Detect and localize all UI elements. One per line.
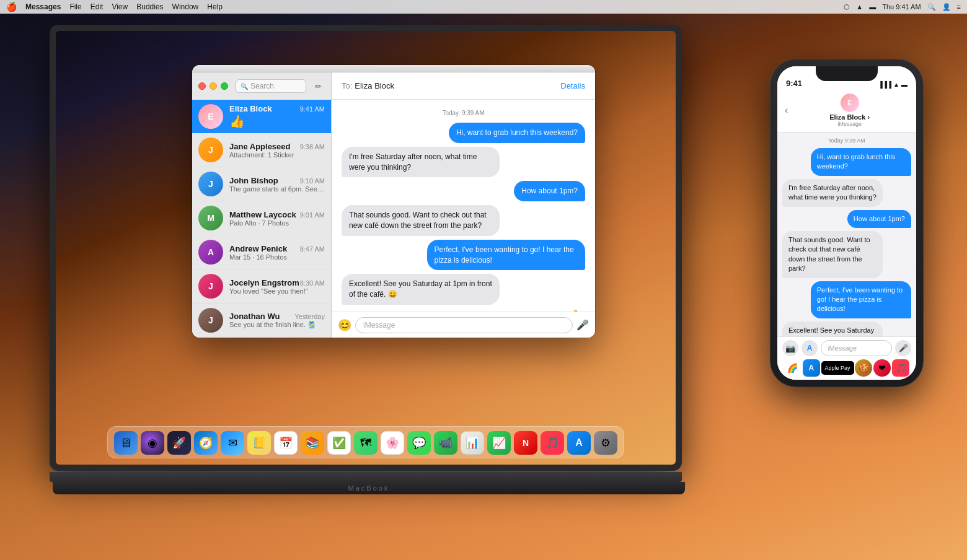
iphone-mic-button[interactable]: 🎤 bbox=[895, 340, 911, 356]
iphone-contact-name[interactable]: Eliza Block › bbox=[829, 113, 870, 121]
search-bar[interactable]: 🔍 Search bbox=[236, 79, 306, 93]
conv-time-john: 9:10 AM bbox=[300, 177, 325, 185]
iphone-appbar-applepay[interactable]: Apple Pay bbox=[821, 361, 854, 375]
dock-settings[interactable]: ⚙ bbox=[594, 431, 617, 455]
apple-menu[interactable]: 🍎 bbox=[6, 2, 17, 12]
close-button[interactable] bbox=[198, 82, 206, 90]
dock-numbers[interactable]: 📈 bbox=[487, 431, 511, 455]
messages-window: 🔍 Search ✏ E bbox=[192, 65, 595, 338]
battery-icon: ▬ bbox=[869, 3, 876, 11]
conversation-item-andrew[interactable]: A Andrew Penick 8:47 AM Mar 15 · 16 Phot… bbox=[192, 235, 331, 269]
search-icon: 🔍 bbox=[241, 83, 248, 90]
wifi-icon[interactable]: ▲ bbox=[856, 3, 863, 11]
user-icon[interactable]: 👤 bbox=[942, 3, 951, 11]
conversation-item-jocelyn[interactable]: J Jocelyn Engstrom 8:30 AM You loved "Se… bbox=[192, 269, 331, 304]
iphone-notch bbox=[816, 66, 878, 81]
dock-calendar[interactable]: 📅 bbox=[274, 431, 298, 455]
iphone-contact-info: E Eliza Block › iMessage bbox=[790, 94, 909, 127]
conversation-item-eliza[interactable]: E Eliza Block 9:41 AM 👍 bbox=[192, 100, 331, 133]
details-button[interactable]: Details bbox=[560, 81, 585, 90]
iphone-outer: 9:41 ▐▐▐ ▲ ▬ ‹ E Eliza Block › iMessage bbox=[770, 59, 924, 387]
dock-finder[interactable]: 🖥 bbox=[114, 431, 138, 455]
menu-edit[interactable]: Edit bbox=[91, 2, 104, 11]
menubar: 🍎 Messages File Edit View Buddies Window… bbox=[0, 0, 967, 14]
iphone-appstore-button[interactable]: A bbox=[801, 340, 818, 356]
menu-buddies[interactable]: Buddies bbox=[136, 2, 163, 11]
iphone-bubble-sent-1: Hi, want to grab lunch this weekend? bbox=[811, 148, 911, 176]
macbook-bezel: 🔍 Search ✏ E bbox=[50, 25, 682, 471]
menubar-icon[interactable]: ≡ bbox=[957, 3, 961, 11]
iphone-appbar-appstore[interactable]: A bbox=[803, 359, 820, 377]
conv-time-eliza: 9:41 AM bbox=[300, 105, 325, 113]
iphone-imessage-label: iMessage bbox=[837, 121, 862, 127]
iphone-msg-3: How about 1pm? bbox=[782, 210, 911, 228]
dock-notes[interactable]: 📒 bbox=[247, 431, 271, 455]
dock-books[interactable]: 📚 bbox=[301, 431, 324, 455]
conversation-item-jonathan[interactable]: J Jonathan Wu Yesterday See you at the f… bbox=[192, 304, 331, 337]
iphone-input-placeholder: iMessage bbox=[828, 344, 857, 352]
conv-time-jane: 9:38 AM bbox=[300, 143, 325, 151]
iphone-body: 9:41 ▐▐▐ ▲ ▬ ‹ E Eliza Block › iMessage bbox=[770, 59, 924, 387]
iphone-bubble-sent-5: Perfect, I've been wanting to go! I hear… bbox=[811, 281, 911, 318]
menu-help[interactable]: Help bbox=[207, 2, 223, 11]
dock-safari[interactable]: 🧭 bbox=[194, 431, 218, 455]
iphone-appbar-cookie[interactable]: 🍪 bbox=[855, 359, 872, 377]
dock-appstore[interactable]: A bbox=[567, 431, 591, 455]
maximize-button[interactable] bbox=[221, 82, 228, 90]
iphone-screen: 9:41 ▐▐▐ ▲ ▬ ‹ E Eliza Block › iMessage bbox=[777, 66, 916, 380]
message-input[interactable]: iMessage bbox=[355, 317, 573, 333]
conv-name-jonathan: Jonathan Wu bbox=[229, 312, 280, 321]
clock: Thu 9:41 AM bbox=[882, 3, 921, 11]
iphone-input-area: 📷 A iMessage 🎤 🌈 A Apple Pay 🍪 ❤ 🎵 bbox=[777, 336, 916, 380]
conv-time-jocelyn: 8:30 AM bbox=[300, 279, 325, 287]
dock-siri[interactable]: ◉ bbox=[141, 431, 164, 455]
iphone-appbar-heart[interactable]: ❤ bbox=[873, 359, 891, 377]
dock-messages[interactable]: 💬 bbox=[407, 431, 431, 455]
dock-mail[interactable]: ✉ bbox=[221, 431, 244, 455]
menu-view[interactable]: View bbox=[112, 2, 128, 11]
search-placeholder: Search bbox=[250, 82, 274, 90]
bubble-sent-5: Perfect, I've been wanting to go! I hear… bbox=[427, 240, 585, 271]
avatar-jonathan: J bbox=[198, 308, 223, 333]
iphone-appbar-music[interactable]: 🎵 bbox=[892, 359, 909, 377]
conversation-item-matthew[interactable]: M Matthew Laycock 9:01 AM Palo Alto · 7 … bbox=[192, 201, 331, 235]
dock-news[interactable]: N bbox=[514, 431, 537, 455]
battery-icon-iphone: ▬ bbox=[901, 81, 907, 88]
bubble-received-6: Excellent! See you Saturday at 1pm in fr… bbox=[342, 274, 500, 305]
conv-time-andrew: 8:47 AM bbox=[300, 245, 325, 253]
dock-photos[interactable]: 🌸 bbox=[381, 431, 404, 455]
chat-messages: Today, 9:39 AM Hi, want to grab lunch th… bbox=[332, 100, 595, 312]
conv-name-eliza: Eliza Block bbox=[229, 104, 272, 113]
chat-header: To: Eliza Block Details bbox=[332, 72, 595, 100]
conv-name-john: John Bishop bbox=[229, 176, 278, 185]
menu-file[interactable]: File bbox=[69, 2, 81, 11]
conv-name-jocelyn: Jocelyn Engstrom bbox=[229, 278, 299, 287]
airplay-icon[interactable]: ⬡ bbox=[844, 3, 850, 11]
dock-keynote[interactable]: 📊 bbox=[461, 431, 484, 455]
iphone-avatar: E bbox=[841, 94, 859, 112]
dock-launchpad[interactable]: 🚀 bbox=[167, 431, 191, 455]
menu-window[interactable]: Window bbox=[172, 2, 199, 11]
iphone-msg-4: That sounds good. Want to check out that… bbox=[782, 231, 911, 278]
conv-preview-jane: Attachment: 1 Sticker bbox=[229, 151, 325, 159]
dock-reminders[interactable]: ✅ bbox=[327, 431, 351, 455]
dock-maps[interactable]: 🗺 bbox=[354, 431, 378, 455]
search-menubar-icon[interactable]: 🔍 bbox=[927, 3, 936, 11]
conversation-item-jane[interactable]: J Jane Appleseed 9:38 AM Attachment: 1 S… bbox=[192, 133, 331, 167]
menu-messages[interactable]: Messages bbox=[25, 2, 61, 11]
dock-facetime[interactable]: 📹 bbox=[434, 431, 457, 455]
macbook-label: MacBook bbox=[348, 484, 390, 492]
conversation-item-john[interactable]: J John Bishop 9:10 AM The game starts at… bbox=[192, 167, 331, 201]
dock-music[interactable]: 🎵 bbox=[541, 431, 564, 455]
iphone-back-button[interactable]: ‹ bbox=[785, 105, 788, 116]
iphone-cam-button[interactable]: 📷 bbox=[782, 340, 798, 356]
iphone-appbar-photos[interactable]: 🌈 bbox=[784, 359, 801, 377]
emoji-button[interactable]: 😊 bbox=[338, 318, 351, 332]
message-row-5: Perfect, I've been wanting to go! I hear… bbox=[342, 240, 585, 271]
iphone-message-input[interactable]: iMessage bbox=[821, 340, 892, 356]
audio-button[interactable]: 🎤 bbox=[576, 319, 589, 331]
conv-preview-john: The game starts at 6pm. See you then! bbox=[229, 185, 325, 193]
minimize-button[interactable] bbox=[210, 82, 217, 90]
window-titlebar bbox=[192, 65, 595, 72]
compose-button[interactable]: ✏ bbox=[311, 79, 325, 93]
